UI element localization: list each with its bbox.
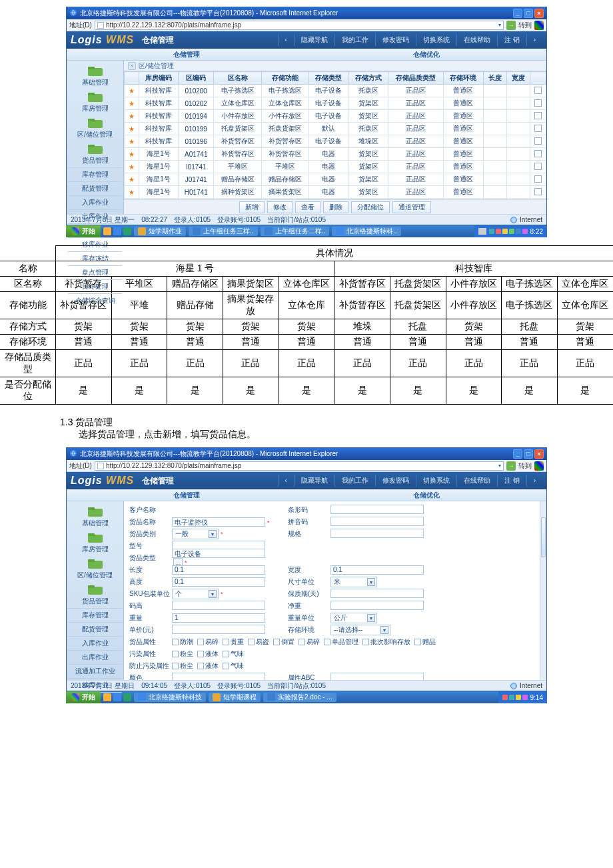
start-button[interactable]: 开始 (66, 225, 101, 237)
input-spec[interactable] (330, 529, 424, 538)
sidebar-item-basic[interactable]: 基础管理 (68, 504, 122, 530)
edit-button[interactable]: 修改 (267, 201, 293, 213)
taskbar-task[interactable]: 短学期作业 (134, 227, 186, 236)
sidebar-item-move[interactable]: 移库作业 (68, 237, 122, 251)
table-row[interactable]: ★科技智库010194小件存放区小件存放区电子设备货架区正品区普通区 (125, 110, 546, 123)
ql-icon[interactable] (123, 227, 131, 235)
assign-slot-button[interactable]: 分配储位 (351, 201, 390, 213)
input-net[interactable] (330, 601, 424, 610)
sidebar-item-inbound[interactable]: 入库作业 (68, 195, 122, 209)
vertical-scrollbar[interactable] (540, 501, 546, 680)
chevron-down-icon[interactable]: ▾ (498, 22, 501, 28)
checkbox-倒置[interactable]: 倒置 (273, 637, 295, 647)
topnav-back-button[interactable]: ‹ (278, 475, 294, 487)
sidebar-item-warehouse[interactable]: 库房管理 (68, 89, 122, 115)
topnav-back-button[interactable]: ‹ (278, 34, 294, 46)
tray-icon[interactable] (478, 228, 486, 235)
taskbar-task[interactable]: 上午组任务三样.. (189, 227, 258, 236)
go-button[interactable]: → (506, 461, 516, 471)
sidebar-item-pick[interactable]: 配货管理 (68, 622, 122, 636)
ql-icon[interactable] (103, 693, 111, 701)
select-wt-unit[interactable]: 公斤▾ (330, 613, 377, 623)
checkbox-易碎[interactable]: 易碎 (299, 637, 320, 647)
topnav-switchsys[interactable]: 切换系统 (416, 475, 456, 487)
table-row[interactable]: ★科技智库010196补货暂存区补货暂存区电子设备堆垛区正品区普通区 (125, 135, 546, 148)
subtab-warehouse-opt[interactable]: 仓储优化 (306, 489, 546, 501)
sidebar-item-pick[interactable]: 配货管理 (68, 181, 122, 195)
subtab-warehouse-mgmt[interactable]: 仓储管理 (67, 489, 306, 501)
topnav-hidebar[interactable]: 隐藏导航 (294, 34, 334, 46)
input-pinyin[interactable] (330, 517, 424, 526)
input-type[interactable]: 电子设备 (172, 549, 265, 558)
checkbox-赠品[interactable]: 赠品 (414, 637, 436, 647)
view-button[interactable]: 查看 (295, 201, 320, 213)
checkbox-粉尘[interactable]: 粉尘 (172, 661, 193, 671)
address-input[interactable]: http://10.22.129.132:8070/plats/mainfram… (95, 461, 504, 471)
row-checkbox[interactable] (534, 87, 542, 94)
input-length[interactable]: 0.1 (172, 565, 265, 575)
topnav-changepw[interactable]: 修改密码 (375, 34, 416, 46)
sidebar-item-zone[interactable]: 区/储位管理 (68, 556, 122, 582)
topnav-help[interactable]: 在线帮助 (456, 475, 497, 487)
sidebar-item-freeze[interactable]: 库存冻结 (68, 251, 122, 265)
subtab-warehouse-mgmt[interactable]: 仓储管理 (67, 49, 306, 60)
topnav-hidebar[interactable]: 隐藏导航 (294, 475, 334, 487)
topnav-logout[interactable]: 注 销 (497, 475, 526, 487)
win-maximize-button[interactable]: □ (524, 9, 533, 18)
table-row[interactable]: ★科技智库010200电子拣选区电子拣选区电子设备托盘区正品区普通区 (125, 85, 546, 97)
table-row[interactable]: ★海星1号A01741补货暂存区补货暂存区电器货架区正品区普通区 (125, 148, 546, 161)
checkbox-气味[interactable]: 气味 (223, 661, 244, 671)
sidebar-item-stock[interactable]: 库存管理 (68, 608, 122, 622)
taskbar-task[interactable]: 实验报告2.doc - ... (263, 693, 336, 702)
taskbar-task[interactable]: 北京络捷斯特科.. (332, 227, 401, 236)
row-checkbox[interactable] (534, 99, 542, 107)
checkbox-液体[interactable]: 液体 (197, 649, 219, 659)
select-sku[interactable]: 个▾ (172, 589, 219, 599)
subtab-warehouse-opt[interactable]: 仓储优化 (306, 49, 546, 60)
sidebar-item-basic[interactable]: 基础管理 (68, 63, 122, 89)
checkbox-批次影响存放[interactable]: 批次影响存放 (362, 637, 410, 647)
sidebar-item-goods[interactable]: 货品管理 (68, 141, 122, 167)
row-checkbox[interactable] (534, 175, 542, 183)
topnav-mywork[interactable]: 我的工作 (334, 475, 375, 487)
input-price[interactable] (172, 625, 265, 634)
table-row[interactable]: ★海星1号J01741赠品存储区赠品存储区电器货架区正品区普通区 (125, 173, 546, 186)
win-maximize-button[interactable]: □ (524, 449, 533, 459)
input-height[interactable]: 0.1 (172, 577, 265, 587)
checkbox-气味[interactable]: 气味 (223, 649, 244, 659)
input-width[interactable]: 0.1 (330, 565, 424, 575)
row-checkbox[interactable] (534, 188, 542, 195)
taskbar-task[interactable]: 上午组任务二样.. (261, 227, 330, 236)
table-row[interactable]: ★海星1号I01741平堆区平堆区电器货架区正品区普通区 (125, 161, 546, 173)
input-color[interactable] (172, 673, 265, 680)
channel-mgmt-button[interactable]: 通道管理 (392, 201, 431, 213)
win-close-button[interactable]: × (534, 449, 544, 459)
delete-button[interactable]: 删除 (323, 201, 348, 213)
taskbar-task[interactable]: 北京络捷斯特科技 (134, 693, 206, 702)
select-env[interactable]: --请选择--▾ (330, 625, 390, 635)
table-row[interactable]: ★科技智库010202立体仓库区立体仓库区电子设备货架区正品区普通区 (125, 97, 546, 110)
table-row[interactable]: ★科技智库010199托盘货架区托盘货架区默认托盘区正品区普通区 (125, 123, 546, 135)
checkbox-防潮[interactable]: 防潮 (172, 637, 193, 647)
sidebar-item-warehouse[interactable]: 库房管理 (68, 530, 122, 556)
checkbox-易碎[interactable]: 易碎 (197, 637, 219, 647)
win-close-button[interactable]: × (534, 9, 544, 18)
input-code[interactable] (172, 601, 265, 610)
row-checkbox[interactable] (534, 125, 542, 132)
ql-icon[interactable] (113, 693, 121, 701)
topnav-switchsys[interactable]: 切换系统 (416, 34, 456, 46)
topnav-fwd-button[interactable]: › (526, 34, 542, 46)
select-category[interactable]: 一般▾ (172, 529, 219, 539)
topnav-changepw[interactable]: 修改密码 (375, 475, 416, 487)
topnav-help[interactable]: 在线帮助 (456, 34, 497, 46)
topnav-logout[interactable]: 注 销 (497, 34, 526, 46)
table-row[interactable]: ★海星1号H01741摘种货架区摘果货架区电器货架区正品区普通区 (125, 186, 546, 199)
ql-icon[interactable] (103, 227, 111, 235)
input-barcode[interactable] (330, 505, 424, 514)
row-checkbox[interactable] (534, 150, 542, 157)
chevron-down-icon[interactable]: ▾ (498, 463, 501, 469)
ie-titlebar[interactable]: 北京络捷斯特科技发展有限公司---物流教学平台(20120808) - Micr… (67, 448, 546, 460)
input-abc-attr[interactable] (330, 673, 424, 680)
input-weight[interactable]: 1 (172, 613, 265, 623)
address-input[interactable]: http://10.22.129.132:8070/plats/mainfram… (95, 21, 504, 30)
